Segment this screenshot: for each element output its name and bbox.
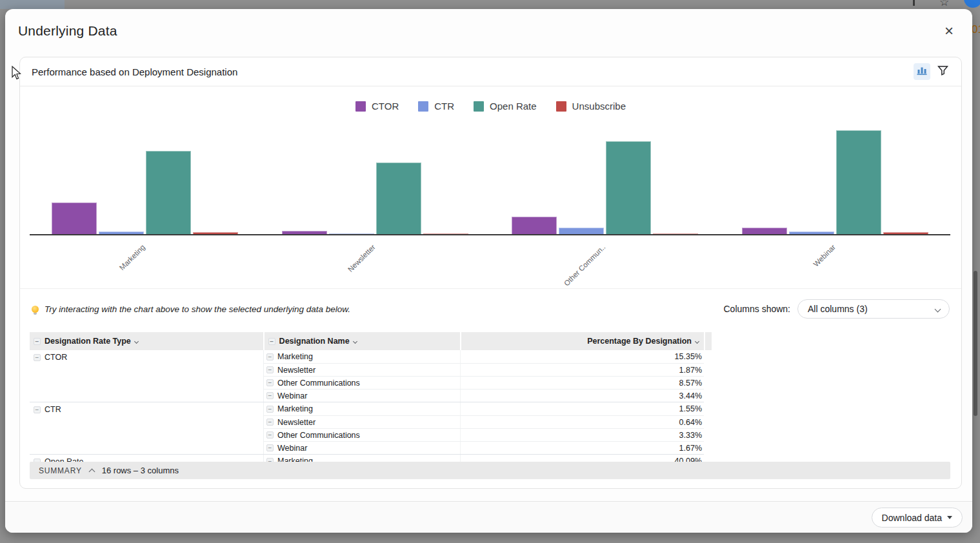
collapse-chevron-icon[interactable]	[88, 468, 95, 475]
designation-name-label: Marketing	[277, 457, 313, 462]
table-row[interactable]: −Newsletter0.64%	[264, 415, 704, 428]
minus-icon[interactable]: −	[266, 379, 274, 386]
minus-icon[interactable]: −	[266, 444, 274, 451]
rate-type-cell[interactable]: −Open Rate	[30, 455, 264, 462]
page-scrollbar-thumb[interactable]	[974, 271, 977, 416]
designation-name-label: Marketing	[277, 404, 313, 413]
data-table: − Designation Rate Type − Designation Na…	[30, 332, 704, 462]
minus-icon[interactable]: −	[34, 354, 41, 361]
close-icon: ×	[945, 22, 954, 39]
rate-type-label: CTR	[45, 405, 61, 414]
rate-type-cell[interactable]: −CTR	[30, 402, 264, 454]
bar-open-rate-newsletter[interactable]	[376, 163, 421, 235]
minus-icon[interactable]: −	[266, 353, 274, 360]
funnel-icon	[937, 65, 948, 78]
rate-type-label: Open Rate	[45, 457, 83, 462]
chart-card-header: Performance based on Deployment Designat…	[20, 57, 961, 86]
rate-type-cell[interactable]: −CTOR	[30, 350, 264, 402]
sort-chevron-icon	[134, 339, 139, 343]
sort-chevron-icon	[695, 339, 699, 343]
group-rows: −Marketing40.09%	[264, 455, 704, 462]
bar-open-rate-webinar[interactable]	[836, 130, 881, 235]
group-rows: −Marketing15.35%−Newsletter1.87%−Other C…	[264, 350, 704, 402]
designation-name-cell[interactable]: −Marketing	[264, 350, 461, 363]
designation-name-cell[interactable]: −Marketing	[264, 455, 461, 462]
x-axis-label-other-commun: Other Commun..	[563, 243, 607, 288]
table-body: −CTOR−Marketing15.35%−Newsletter1.87%−Ot…	[30, 350, 704, 462]
table-group-open-rate: −Open Rate−Marketing40.09%	[30, 455, 704, 462]
background-tab-fragment	[0, 0, 65, 9]
table-summary-bar: SUMMARY 16 rows – 3 columns	[30, 462, 950, 479]
table-row[interactable]: −Newsletter1.87%	[264, 363, 704, 376]
percentage-cell: 3.33%	[461, 429, 704, 441]
bar-ctor-marketing[interactable]	[52, 202, 97, 235]
designation-name-label: Marketing	[277, 352, 313, 361]
table-header-spacer	[705, 332, 712, 350]
chevron-down-icon	[935, 306, 941, 313]
columns-shown-label: Columns shown:	[724, 304, 791, 314]
bar-ctor-other-commun[interactable]	[512, 217, 557, 235]
filter-button[interactable]	[934, 63, 951, 80]
table-row[interactable]: −Marketing1.55%	[264, 402, 704, 415]
designation-name-label: Webinar	[277, 444, 307, 453]
table-header-designation-name[interactable]: − Designation Name	[265, 332, 461, 350]
table-header-percentage-by-designation[interactable]: Percentage By Designation	[461, 332, 704, 350]
close-button[interactable]: ×	[940, 22, 958, 40]
lightbulb-icon	[32, 306, 39, 313]
designation-name-cell[interactable]: −Other Communications	[264, 377, 461, 389]
minus-icon[interactable]: −	[266, 392, 274, 399]
percentage-cell: 40.09%	[461, 455, 704, 462]
x-axis-label-newsletter: Newsletter	[346, 243, 377, 273]
summary-text: 16 rows – 3 columns	[102, 466, 179, 475]
designation-name-label: Other Communications	[277, 431, 360, 440]
designation-name-label: Other Communications	[277, 379, 360, 388]
minus-icon[interactable]: −	[266, 406, 274, 413]
minus-icon[interactable]: −	[34, 406, 41, 413]
chart-card: Performance based on Deployment Designat…	[19, 57, 962, 489]
x-axis-label-marketing: Marketing	[118, 243, 146, 272]
designation-name-cell[interactable]: −Newsletter	[264, 416, 461, 428]
designation-name-cell[interactable]: −Newsletter	[264, 364, 461, 376]
bar-open-rate-other-commun[interactable]	[606, 141, 651, 235]
percentage-cell: 0.64%	[461, 416, 704, 428]
x-axis-label-webinar: Webinar	[812, 243, 837, 268]
percentage-cell: 1.55%	[461, 402, 704, 415]
table-row[interactable]: −Other Communications8.57%	[264, 376, 704, 389]
minus-icon[interactable]: −	[266, 366, 274, 373]
modal-title: Underlying Data	[18, 23, 117, 39]
percentage-cell: 8.57%	[461, 377, 704, 389]
minus-icon[interactable]: −	[266, 431, 274, 439]
columns-shown-control: Columns shown: All columns (3)	[724, 299, 950, 319]
table-row[interactable]: −Marketing15.35%	[264, 350, 704, 363]
underlying-data-modal: Underlying Data × Performance based on D…	[5, 9, 972, 533]
chart-plot	[30, 86, 950, 235]
table-row[interactable]: −Webinar3.44%	[264, 389, 704, 402]
columns-shown-dropdown[interactable]: All columns (3)	[797, 299, 950, 319]
minus-icon[interactable]: −	[268, 338, 275, 345]
table-group-ctr: −CTR−Marketing1.55%−Newsletter0.64%−Othe…	[30, 402, 704, 455]
minus-icon[interactable]: −	[266, 419, 274, 426]
designation-name-cell[interactable]: −Webinar	[264, 390, 461, 402]
background-pin-icon	[913, 0, 915, 6]
table-group-ctor: −CTOR−Marketing15.35%−Newsletter1.87%−Ot…	[30, 350, 704, 402]
table-header-designation-rate-type[interactable]: − Designation Rate Type	[30, 332, 263, 350]
tip-row: Try interacting with the chart above to …	[32, 299, 950, 319]
designation-name-cell[interactable]: −Webinar	[264, 442, 461, 454]
bar-chart-icon	[917, 66, 927, 77]
chart: CTORCTROpen RateUnsubscribe MarketingNew…	[20, 86, 961, 289]
download-data-button[interactable]: Download data	[872, 508, 963, 528]
designation-name-cell[interactable]: −Marketing	[264, 402, 461, 415]
designation-name-label: Newsletter	[277, 418, 315, 427]
table-row[interactable]: −Webinar1.67%	[264, 441, 704, 454]
chart-view-toggle-button[interactable]	[914, 63, 930, 80]
minus-icon[interactable]: −	[34, 338, 41, 345]
underlying-data-section: Try interacting with the chart above to …	[20, 289, 961, 488]
columns-shown-value: All columns (3)	[808, 304, 868, 314]
tip-text: Try interacting with the chart above to …	[45, 304, 350, 314]
designation-name-cell[interactable]: −Other Communications	[264, 429, 461, 441]
table-row[interactable]: −Other Communications3.33%	[264, 428, 704, 441]
summary-label: SUMMARY	[39, 466, 82, 475]
table-row[interactable]: −Marketing40.09%	[264, 455, 704, 462]
rate-type-label: CTOR	[45, 353, 67, 362]
bar-open-rate-marketing[interactable]	[146, 151, 191, 235]
